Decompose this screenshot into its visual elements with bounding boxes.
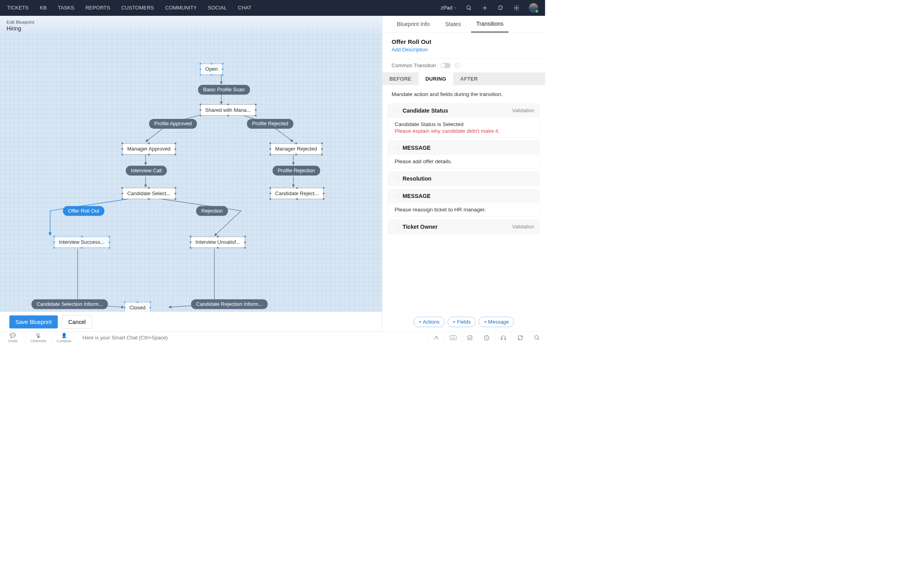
drag-handle-icon[interactable]: ⋮⋮ (393, 194, 400, 199)
pill-rej-inform[interactable]: Candidate Rejection Inform... (191, 299, 268, 309)
pill-rejection[interactable]: Rejection (196, 206, 228, 216)
drag-handle-icon[interactable]: ⋮⋮ (393, 108, 400, 113)
search-icon[interactable] (466, 4, 473, 11)
add-fields-chip[interactable]: + Fields (448, 317, 476, 327)
drag-handle-icon[interactable]: ⋮⋮ (393, 224, 400, 230)
svg-point-0 (467, 6, 470, 9)
svg-rect-14 (450, 335, 456, 340)
blueprint-title: Hiring (7, 25, 376, 32)
pill-sel-inform[interactable]: Candidate Selection Inform... (32, 299, 108, 309)
contacts-icon: 👤 (61, 333, 67, 338)
svg-line-1 (470, 9, 471, 10)
subtab-during[interactable]: DURING (418, 72, 453, 85)
pill-profile-rejection[interactable]: Profile Rejection (272, 166, 320, 175)
footer-chats[interactable]: 💬Chats (0, 332, 26, 343)
notification-icon[interactable] (497, 4, 504, 11)
panel-bottom: + Actions + Fields + Message (382, 312, 545, 332)
edges (0, 16, 382, 331)
transition-title: Offer Roll Out (392, 38, 536, 45)
pill-basic-scan[interactable]: Basic Profile Scan (198, 85, 250, 95)
svg-rect-4 (499, 6, 502, 9)
pill-profile-approved[interactable]: Profile Approved (149, 119, 197, 129)
footer-bar: 💬Chats 📡 Channels 👤Contacts (0, 332, 545, 344)
nav-reports[interactable]: REPORTS (85, 5, 110, 11)
card-message-1[interactable]: ⋮⋮MESSAGE Please add offer details. (388, 141, 539, 168)
card-ticket-owner[interactable]: ⋮⋮Ticket OwnerValidation (388, 220, 539, 234)
canvas-header: Edit Blueprint Hiring (0, 16, 382, 36)
chevron-down-icon (454, 7, 456, 9)
right-panel: Blueprint Info States Transitions Offer … (382, 16, 545, 331)
node-candidate-reject[interactable]: Candidate Reject... (270, 188, 323, 199)
footer-search-icon[interactable] (528, 332, 545, 343)
brand-switcher[interactable]: zPad (441, 5, 456, 11)
cancel-button[interactable]: Cancel (62, 315, 92, 328)
channels-icon: 📡 (36, 333, 41, 338)
node-mgr-approved[interactable]: Manager Approved (122, 143, 175, 154)
tab-transitions[interactable]: Transitions (471, 16, 509, 32)
headset-icon[interactable] (495, 332, 511, 343)
avatar[interactable] (529, 3, 538, 13)
nav-chat[interactable]: CHAT (238, 5, 252, 11)
svg-point-5 (516, 7, 517, 9)
chat-icon: 💬 (10, 333, 16, 338)
tab-states[interactable]: States (440, 16, 466, 32)
pill-interview-call[interactable]: Interview Call (126, 166, 167, 175)
node-mgr-rejected[interactable]: Manager Rejected (270, 143, 322, 154)
smart-chat-input[interactable] (77, 332, 428, 343)
card-resolution[interactable]: ⋮⋮Resolution (388, 171, 539, 186)
nav-community[interactable]: COMMUNITY (165, 5, 197, 11)
add-description-link[interactable]: Add Description (392, 47, 428, 53)
node-shared[interactable]: Shared with Mana... (200, 104, 255, 115)
add-message-chip[interactable]: + Message (479, 317, 514, 327)
nav-tasks[interactable]: TASKS (58, 5, 74, 11)
info-icon[interactable]: i (455, 63, 460, 68)
svg-point-25 (535, 335, 538, 339)
gear-icon[interactable] (513, 4, 520, 11)
svg-rect-23 (505, 338, 506, 340)
footer-contacts[interactable]: 👤Contacts (51, 332, 77, 343)
common-transition-label: Common Transition (392, 62, 436, 68)
transition-sub-tabs: BEFORE DURING AFTER (382, 72, 545, 85)
common-transition-toggle[interactable] (440, 63, 451, 68)
panel-tabs: Blueprint Info States Transitions (382, 16, 545, 32)
save-button[interactable]: Save Blueprint (9, 315, 58, 328)
svg-line-26 (538, 339, 539, 340)
breadcrumb: Edit Blueprint (7, 20, 376, 25)
task-icon[interactable] (461, 332, 478, 343)
expand-icon[interactable] (512, 332, 528, 343)
mandate-text: Mandate action and fields during the tra… (382, 85, 545, 104)
node-open[interactable]: Open (200, 64, 223, 75)
blueprint-canvas[interactable]: Edit Blueprint Hiring (0, 16, 382, 331)
svg-rect-20 (468, 336, 472, 340)
nav-social[interactable]: SOCIAL (208, 5, 227, 11)
tab-blueprint-info[interactable]: Blueprint Info (392, 16, 435, 32)
pill-offer-roll-out[interactable]: Offer Roll Out (63, 206, 104, 216)
assistant-icon[interactable] (428, 332, 444, 343)
footer-channels[interactable]: 📡 Channels (26, 332, 51, 343)
add-actions-chip[interactable]: + Actions (414, 317, 445, 327)
card-message-2[interactable]: ⋮⋮MESSAGE Please reassign ticket to HR m… (388, 189, 539, 216)
subtab-after[interactable]: AFTER (453, 72, 485, 85)
node-interview-unsat[interactable]: Interview Unsatisf... (191, 237, 245, 248)
plus-icon[interactable] (481, 4, 488, 11)
nav-customers[interactable]: CUSTOMERS (121, 5, 154, 11)
subtab-before[interactable]: BEFORE (382, 72, 418, 85)
svg-rect-22 (501, 338, 502, 340)
drag-handle-icon[interactable]: ⋮⋮ (393, 176, 400, 181)
cards-list: ⋮⋮Candidate StatusValidation Candidate S… (382, 104, 545, 247)
top-nav: TICKETS KB TASKS REPORTS CUSTOMERS COMMU… (0, 0, 545, 16)
nav-kb[interactable]: KB (40, 5, 47, 11)
pill-profile-rejected[interactable]: Profile Rejected (247, 119, 293, 129)
drag-handle-icon[interactable]: ⋮⋮ (393, 145, 400, 151)
clock-icon[interactable] (478, 332, 495, 343)
node-candidate-select[interactable]: Candidate Select... (122, 188, 175, 199)
node-interview-success[interactable]: Interview Success... (54, 237, 109, 248)
nav-tickets[interactable]: TICKETS (7, 5, 29, 11)
keyboard-icon[interactable] (445, 332, 461, 343)
card-candidate-status[interactable]: ⋮⋮Candidate StatusValidation Candidate S… (388, 104, 539, 137)
